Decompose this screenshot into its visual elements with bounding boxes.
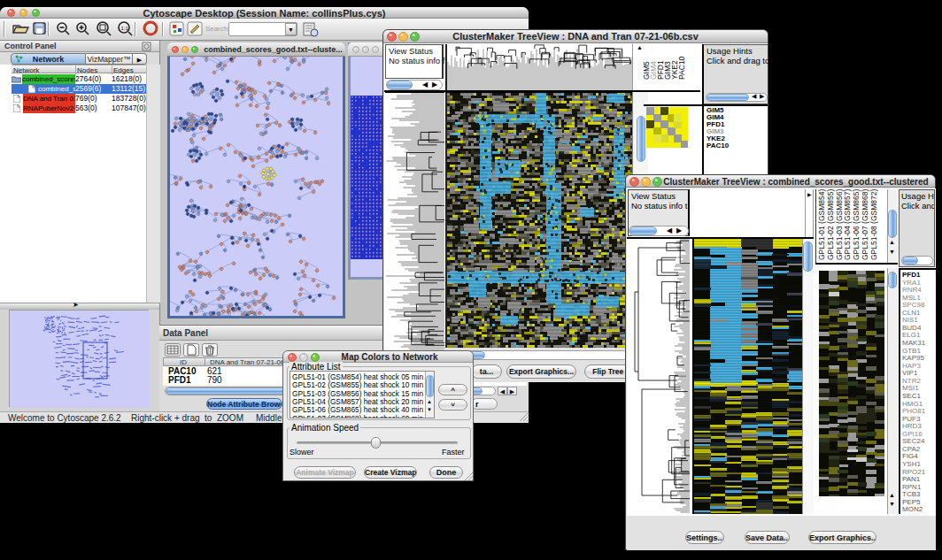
svg-text:GPL51-02 (GSM855): GPL51-02 (GSM855) (826, 189, 835, 260)
svg-text:GPL51-08 (GSM872): GPL51-08 (GSM872) (869, 189, 878, 260)
svg-text:PAC10: PAC10 (677, 56, 686, 80)
svg-text:GPL51-07 (GSM868): GPL51-07 (GSM868) (861, 189, 869, 260)
svg-text:GPL51-01 (GSM854): GPL51-01 (GSM854) (817, 189, 826, 260)
svg-text:GPL51-03 (GSM856): GPL51-03 (GSM856) (835, 189, 844, 260)
svg-text:GPL51-04 (GSM857): GPL51-04 (GSM857) (843, 189, 852, 260)
svg-text:GPL51-06 (GSM865): GPL51-06 (GSM865) (852, 189, 861, 260)
svg-text:1:1: 1:1 (121, 26, 129, 31)
